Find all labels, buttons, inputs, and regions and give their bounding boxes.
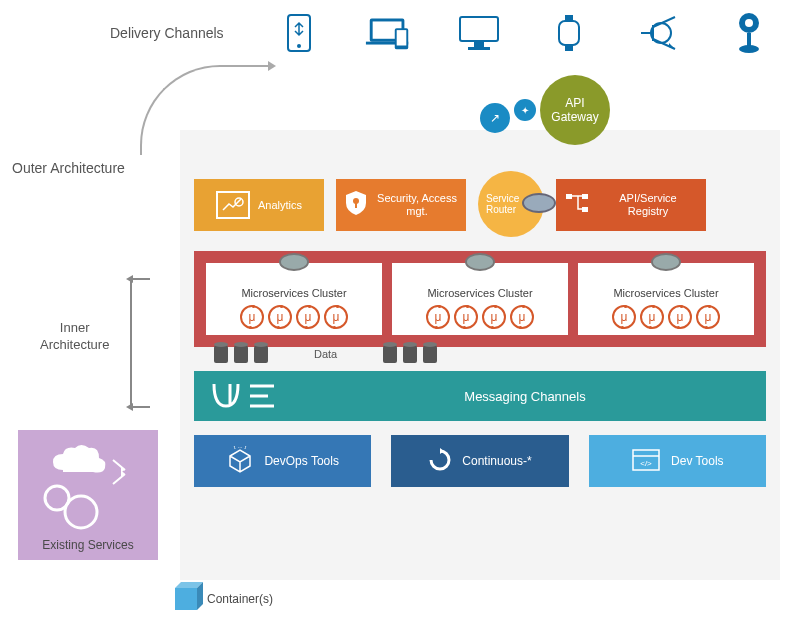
registry-label: API/Service Registry	[598, 192, 698, 218]
inner-bracket	[130, 278, 150, 408]
mu-icon: μ	[296, 305, 320, 329]
mu-icon: μ	[240, 305, 264, 329]
security-label: Security, Access mgt.	[376, 192, 458, 218]
shield-icon	[344, 189, 368, 220]
devops-card: { ... } DevOps Tools	[194, 435, 371, 487]
svg-rect-21	[747, 33, 751, 47]
continuous-label: Continuous-*	[462, 454, 531, 468]
router-device-icon	[522, 193, 556, 213]
mobile-icon	[274, 12, 324, 54]
mu-row: μμμμ	[398, 305, 562, 329]
cluster-3: Microservices Cluster μμμμ	[578, 263, 754, 335]
mu-icon: μ	[510, 305, 534, 329]
svg-point-22	[739, 45, 759, 53]
containers-label: Container(s)	[207, 592, 273, 606]
tooling-row: { ... } DevOps Tools Continuous-* </> De…	[194, 435, 766, 487]
code-window-icon: </>	[631, 448, 661, 475]
database-icon	[383, 345, 397, 363]
mu-icon: μ	[696, 305, 720, 329]
desktop-icon	[454, 12, 504, 54]
svg-rect-8	[474, 41, 484, 47]
data-label: Data	[314, 348, 337, 360]
database-icon	[254, 345, 268, 363]
pipes-icon	[210, 380, 280, 413]
mu-row: μμμμ	[212, 305, 376, 329]
api-gateway-circle: API Gateway	[540, 75, 610, 145]
webcam-icon	[724, 12, 774, 54]
continuous-card: Continuous-*	[391, 435, 568, 487]
wearable-icon	[544, 12, 594, 54]
svg-point-20	[745, 19, 753, 27]
existing-services-label: Existing Services	[18, 538, 158, 552]
svg-text:{ ... }: { ... }	[234, 446, 246, 449]
containers-legend: Container(s)	[175, 588, 273, 610]
database-icon	[214, 345, 228, 363]
svg-rect-12	[565, 45, 573, 51]
security-card: Security, Access mgt.	[336, 179, 466, 231]
mu-icon: μ	[426, 305, 450, 329]
laptop-icon	[364, 12, 414, 54]
devtools-label: Dev Tools	[671, 454, 723, 468]
registry-card: API/Service Registry	[556, 179, 706, 231]
router-mini-icon	[279, 253, 309, 271]
existing-services-box: Existing Services	[18, 430, 158, 560]
mu-row: μμμμ	[584, 305, 748, 329]
mu-icon: μ	[640, 305, 664, 329]
mu-icon: μ	[668, 305, 692, 329]
outer-architecture-label: Outer Architecture	[12, 160, 125, 176]
cycle-icon	[428, 448, 452, 475]
inner-label-line1: Inner	[60, 320, 90, 335]
router-mini-icon	[651, 253, 681, 271]
svg-rect-28	[582, 207, 588, 212]
messaging-channels-bar: Messaging Channels	[194, 371, 766, 421]
analytics-label: Analytics	[258, 199, 302, 211]
svg-rect-10	[559, 21, 579, 45]
delivery-channels-label: Delivery Channels	[110, 25, 224, 41]
svg-rect-11	[565, 15, 573, 21]
inner-label-line2: Architecture	[40, 337, 109, 352]
messaging-label: Messaging Channels	[300, 389, 750, 404]
api-gateway-label: API Gateway	[540, 96, 610, 125]
cluster-title: Microservices Cluster	[212, 287, 376, 299]
data-row: Data	[194, 345, 766, 363]
box-icon: { ... }	[226, 446, 254, 477]
svg-rect-6	[396, 30, 406, 45]
analytics-card: Analytics	[194, 179, 324, 231]
svg-rect-9	[468, 47, 490, 50]
cube-icon	[175, 588, 197, 610]
svg-point-1	[297, 44, 301, 48]
gear-icon-small: ✦	[514, 99, 536, 121]
architecture-container: ↗ ✦ API Gateway Analytics Security, Acce…	[180, 130, 780, 580]
transistor-icon	[634, 12, 684, 54]
tree-icon	[564, 192, 590, 217]
svg-rect-25	[355, 203, 357, 208]
devops-label: DevOps Tools	[264, 454, 338, 468]
svg-rect-27	[582, 194, 588, 199]
database-icon	[234, 345, 248, 363]
service-router-circle: Service Router	[478, 171, 544, 237]
api-gateway-group: ↗ ✦ API Gateway	[480, 75, 610, 145]
svg-line-16	[653, 17, 675, 27]
mu-icon: μ	[324, 305, 348, 329]
router-mini-icon	[465, 253, 495, 271]
cluster-title: Microservices Cluster	[584, 287, 748, 299]
microservices-cluster-box: Microservices Cluster μμμμ Microservices…	[194, 251, 766, 347]
delivery-channels-row: Delivery Channels	[110, 12, 774, 54]
inner-architecture-label: Inner Architecture	[40, 320, 109, 354]
mu-icon: μ	[454, 305, 478, 329]
svg-rect-7	[460, 17, 498, 41]
devtools-card: </> Dev Tools	[589, 435, 766, 487]
svg-rect-26	[566, 194, 572, 199]
cluster-1: Microservices Cluster μμμμ	[206, 263, 382, 335]
svg-text:</>: </>	[640, 459, 652, 468]
cluster-2: Microservices Cluster μμμμ	[392, 263, 568, 335]
outer-services-row: Analytics Security, Access mgt. Service …	[194, 179, 766, 237]
database-icon	[423, 345, 437, 363]
svg-point-35	[65, 496, 97, 528]
mu-icon: μ	[482, 305, 506, 329]
database-icon	[403, 345, 417, 363]
mu-icon: μ	[268, 305, 292, 329]
gear-icon: ↗	[480, 103, 510, 133]
cluster-title: Microservices Cluster	[398, 287, 562, 299]
mu-icon: μ	[612, 305, 636, 329]
